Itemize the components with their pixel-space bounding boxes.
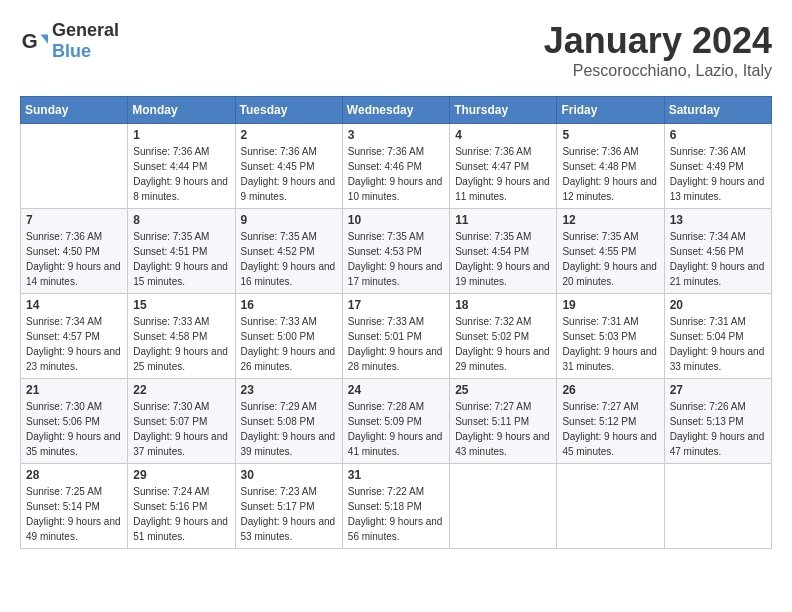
day-info: Sunrise: 7:36 AM Sunset: 4:46 PM Dayligh… [348, 144, 444, 204]
svg-text:G: G [22, 29, 38, 52]
day-info: Sunrise: 7:32 AM Sunset: 5:02 PM Dayligh… [455, 314, 551, 374]
day-number: 10 [348, 213, 444, 227]
day-number: 20 [670, 298, 766, 312]
day-number: 21 [26, 383, 122, 397]
day-info: Sunrise: 7:35 AM Sunset: 4:51 PM Dayligh… [133, 229, 229, 289]
calendar-cell: 19Sunrise: 7:31 AM Sunset: 5:03 PM Dayli… [557, 294, 664, 379]
weekday-header: Sunday [21, 97, 128, 124]
calendar-cell: 20Sunrise: 7:31 AM Sunset: 5:04 PM Dayli… [664, 294, 771, 379]
day-info: Sunrise: 7:25 AM Sunset: 5:14 PM Dayligh… [26, 484, 122, 544]
day-info: Sunrise: 7:36 AM Sunset: 4:48 PM Dayligh… [562, 144, 658, 204]
calendar-cell: 28Sunrise: 7:25 AM Sunset: 5:14 PM Dayli… [21, 464, 128, 549]
calendar-cell: 30Sunrise: 7:23 AM Sunset: 5:17 PM Dayli… [235, 464, 342, 549]
day-info: Sunrise: 7:36 AM Sunset: 4:50 PM Dayligh… [26, 229, 122, 289]
logo-text-blue: Blue [52, 41, 91, 61]
day-number: 27 [670, 383, 766, 397]
day-info: Sunrise: 7:30 AM Sunset: 5:06 PM Dayligh… [26, 399, 122, 459]
calendar-location: Pescorocchiano, Lazio, Italy [544, 62, 772, 80]
calendar-cell: 7Sunrise: 7:36 AM Sunset: 4:50 PM Daylig… [21, 209, 128, 294]
weekday-header: Thursday [450, 97, 557, 124]
calendar-cell [664, 464, 771, 549]
calendar-cell: 4Sunrise: 7:36 AM Sunset: 4:47 PM Daylig… [450, 124, 557, 209]
day-number: 30 [241, 468, 337, 482]
day-info: Sunrise: 7:24 AM Sunset: 5:16 PM Dayligh… [133, 484, 229, 544]
day-number: 16 [241, 298, 337, 312]
day-number: 1 [133, 128, 229, 142]
day-info: Sunrise: 7:34 AM Sunset: 4:57 PM Dayligh… [26, 314, 122, 374]
calendar-cell: 10Sunrise: 7:35 AM Sunset: 4:53 PM Dayli… [342, 209, 449, 294]
calendar-cell: 15Sunrise: 7:33 AM Sunset: 4:58 PM Dayli… [128, 294, 235, 379]
calendar-cell: 29Sunrise: 7:24 AM Sunset: 5:16 PM Dayli… [128, 464, 235, 549]
day-info: Sunrise: 7:35 AM Sunset: 4:54 PM Dayligh… [455, 229, 551, 289]
weekday-header: Monday [128, 97, 235, 124]
calendar-cell: 22Sunrise: 7:30 AM Sunset: 5:07 PM Dayli… [128, 379, 235, 464]
calendar-cell: 6Sunrise: 7:36 AM Sunset: 4:49 PM Daylig… [664, 124, 771, 209]
day-info: Sunrise: 7:33 AM Sunset: 5:01 PM Dayligh… [348, 314, 444, 374]
calendar-week-row: 28Sunrise: 7:25 AM Sunset: 5:14 PM Dayli… [21, 464, 772, 549]
day-info: Sunrise: 7:31 AM Sunset: 5:04 PM Dayligh… [670, 314, 766, 374]
calendar-cell: 8Sunrise: 7:35 AM Sunset: 4:51 PM Daylig… [128, 209, 235, 294]
calendar-table: SundayMondayTuesdayWednesdayThursdayFrid… [20, 96, 772, 549]
day-info: Sunrise: 7:23 AM Sunset: 5:17 PM Dayligh… [241, 484, 337, 544]
calendar-cell: 17Sunrise: 7:33 AM Sunset: 5:01 PM Dayli… [342, 294, 449, 379]
calendar-cell: 5Sunrise: 7:36 AM Sunset: 4:48 PM Daylig… [557, 124, 664, 209]
calendar-week-row: 7Sunrise: 7:36 AM Sunset: 4:50 PM Daylig… [21, 209, 772, 294]
day-number: 4 [455, 128, 551, 142]
calendar-cell: 26Sunrise: 7:27 AM Sunset: 5:12 PM Dayli… [557, 379, 664, 464]
logo-text-general: General [52, 20, 119, 40]
day-number: 17 [348, 298, 444, 312]
day-info: Sunrise: 7:22 AM Sunset: 5:18 PM Dayligh… [348, 484, 444, 544]
calendar-week-row: 21Sunrise: 7:30 AM Sunset: 5:06 PM Dayli… [21, 379, 772, 464]
day-info: Sunrise: 7:36 AM Sunset: 4:49 PM Dayligh… [670, 144, 766, 204]
calendar-cell: 18Sunrise: 7:32 AM Sunset: 5:02 PM Dayli… [450, 294, 557, 379]
day-info: Sunrise: 7:29 AM Sunset: 5:08 PM Dayligh… [241, 399, 337, 459]
calendar-title: January 2024 [544, 20, 772, 62]
day-info: Sunrise: 7:36 AM Sunset: 4:44 PM Dayligh… [133, 144, 229, 204]
day-info: Sunrise: 7:27 AM Sunset: 5:12 PM Dayligh… [562, 399, 658, 459]
day-number: 31 [348, 468, 444, 482]
day-number: 13 [670, 213, 766, 227]
day-number: 25 [455, 383, 551, 397]
calendar-header-row: SundayMondayTuesdayWednesdayThursdayFrid… [21, 97, 772, 124]
calendar-cell: 9Sunrise: 7:35 AM Sunset: 4:52 PM Daylig… [235, 209, 342, 294]
day-info: Sunrise: 7:33 AM Sunset: 4:58 PM Dayligh… [133, 314, 229, 374]
day-number: 8 [133, 213, 229, 227]
day-number: 22 [133, 383, 229, 397]
calendar-cell: 23Sunrise: 7:29 AM Sunset: 5:08 PM Dayli… [235, 379, 342, 464]
day-info: Sunrise: 7:36 AM Sunset: 4:45 PM Dayligh… [241, 144, 337, 204]
day-number: 29 [133, 468, 229, 482]
day-info: Sunrise: 7:35 AM Sunset: 4:52 PM Dayligh… [241, 229, 337, 289]
weekday-header: Wednesday [342, 97, 449, 124]
day-number: 2 [241, 128, 337, 142]
calendar-cell: 31Sunrise: 7:22 AM Sunset: 5:18 PM Dayli… [342, 464, 449, 549]
calendar-cell: 2Sunrise: 7:36 AM Sunset: 4:45 PM Daylig… [235, 124, 342, 209]
day-number: 3 [348, 128, 444, 142]
day-number: 15 [133, 298, 229, 312]
day-info: Sunrise: 7:31 AM Sunset: 5:03 PM Dayligh… [562, 314, 658, 374]
svg-marker-1 [41, 34, 48, 43]
calendar-cell: 1Sunrise: 7:36 AM Sunset: 4:44 PM Daylig… [128, 124, 235, 209]
day-number: 23 [241, 383, 337, 397]
day-number: 5 [562, 128, 658, 142]
day-info: Sunrise: 7:26 AM Sunset: 5:13 PM Dayligh… [670, 399, 766, 459]
day-info: Sunrise: 7:30 AM Sunset: 5:07 PM Dayligh… [133, 399, 229, 459]
calendar-week-row: 14Sunrise: 7:34 AM Sunset: 4:57 PM Dayli… [21, 294, 772, 379]
calendar-cell: 12Sunrise: 7:35 AM Sunset: 4:55 PM Dayli… [557, 209, 664, 294]
calendar-cell [21, 124, 128, 209]
day-number: 9 [241, 213, 337, 227]
day-number: 12 [562, 213, 658, 227]
day-number: 28 [26, 468, 122, 482]
day-number: 24 [348, 383, 444, 397]
day-number: 11 [455, 213, 551, 227]
day-info: Sunrise: 7:27 AM Sunset: 5:11 PM Dayligh… [455, 399, 551, 459]
day-info: Sunrise: 7:28 AM Sunset: 5:09 PM Dayligh… [348, 399, 444, 459]
weekday-header: Saturday [664, 97, 771, 124]
weekday-header: Tuesday [235, 97, 342, 124]
day-number: 18 [455, 298, 551, 312]
day-number: 6 [670, 128, 766, 142]
calendar-cell: 14Sunrise: 7:34 AM Sunset: 4:57 PM Dayli… [21, 294, 128, 379]
title-block: January 2024 Pescorocchiano, Lazio, Ital… [544, 20, 772, 80]
calendar-cell [557, 464, 664, 549]
day-number: 19 [562, 298, 658, 312]
calendar-cell: 25Sunrise: 7:27 AM Sunset: 5:11 PM Dayli… [450, 379, 557, 464]
